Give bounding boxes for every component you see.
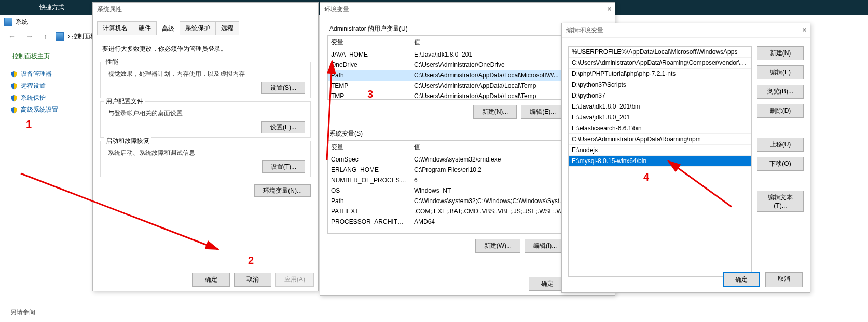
tab-4[interactable]: 远程: [215, 21, 239, 35]
sidebar-item-system-protection[interactable]: 系统保护: [8, 92, 92, 104]
shield-icon: [10, 83, 18, 90]
explorer-toolbar: ← → ↑ › 控制面板: [0, 29, 97, 44]
list-item[interactable]: E:\nodejs: [569, 145, 751, 156]
group-settings-button[interactable]: 设置(S)...: [261, 82, 305, 94]
group-box: 性能视觉效果，处理器计划，内存使用，以及虚拟内存设置(S)...: [100, 62, 311, 98]
edit-button[interactable]: 编辑(E): [757, 65, 804, 79]
shield-icon: [10, 71, 18, 78]
sidebar-item-label: 高级系统设置: [21, 105, 58, 114]
tab-1[interactable]: 硬件: [133, 21, 157, 35]
footer-see-also: 另请参阅: [10, 308, 35, 317]
browse-button[interactable]: 浏览(B)...: [757, 85, 804, 99]
explorer-titlebar: 系统: [0, 16, 28, 28]
sidebar-item-advanced-system-settings[interactable]: 高级系统设置: [8, 104, 92, 116]
annotation-1: 1: [26, 118, 32, 130]
group-label: 用户配置文件: [104, 97, 145, 106]
control-panel-sidebar: 控制面板主页 设备管理器 远程设置 系统保护 高级系统设置: [0, 47, 92, 116]
explorer-title: 系统: [16, 18, 28, 26]
tabs: 计算机名硬件高级系统保护远程: [93, 17, 318, 35]
close-icon[interactable]: ×: [607, 5, 612, 14]
apply-button: 应用(A): [275, 273, 314, 287]
environment-variables-button[interactable]: 环境变量(N)...: [254, 184, 311, 197]
sidebar-item-device-manager[interactable]: 设备管理器: [8, 68, 92, 80]
edit-text-button[interactable]: 编辑文本(T)...: [757, 191, 804, 212]
sys-edit-button[interactable]: 编辑(I)...: [525, 239, 566, 253]
ok-button[interactable]: 确定: [192, 273, 230, 287]
list-item[interactable]: C:\Users\Administrator\AppData\Roaming\C…: [569, 58, 751, 69]
list-item[interactable]: D:\python37: [569, 90, 751, 101]
group-box: 启动和故障恢复系统启动、系统故障和调试信息设置(T)...: [100, 141, 311, 177]
move-down-button[interactable]: 下移(O): [757, 157, 804, 171]
dialog-title: 编辑环境变量: [562, 23, 810, 38]
group-label: 启动和故障恢复: [104, 137, 151, 145]
sidebar-item-label: 远程设置: [21, 82, 46, 90]
shield-icon: [10, 95, 18, 102]
tab-3[interactable]: 系统保护: [180, 21, 216, 35]
dialog-title: 系统属性: [93, 3, 318, 17]
sidebar-item-remote-settings[interactable]: 远程设置: [8, 80, 92, 92]
forward-icon[interactable]: →: [22, 32, 37, 41]
back-icon[interactable]: ←: [4, 32, 20, 41]
list-item[interactable]: D:\python37\Scripts: [569, 79, 751, 90]
topbar-menu-item[interactable]: 快捷方式: [39, 3, 64, 12]
list-item[interactable]: E:\Java\jdk1.8.0_201: [569, 112, 751, 123]
ok-button[interactable]: 确定: [529, 277, 566, 291]
group-box: 用户配置文件与登录帐户相关的桌面设置设置(E)...: [100, 101, 311, 138]
col-var[interactable]: 变量: [328, 36, 411, 49]
col-var[interactable]: 变量: [328, 141, 411, 154]
list-item[interactable]: E:\Java\jdk1.8.0_201\bin: [569, 101, 751, 112]
user-new-button[interactable]: 新建(N)...: [473, 105, 517, 119]
sys-new-button[interactable]: 新建(W)...: [475, 239, 520, 253]
group-label: 性能: [104, 58, 120, 66]
group-settings-button[interactable]: 设置(T)...: [262, 160, 305, 173]
new-button[interactable]: 新建(N): [757, 46, 804, 60]
list-item[interactable]: D:\php\PHPTutorial\php\php-7.2.1-nts: [569, 69, 751, 79]
tab-2[interactable]: 高级: [156, 22, 180, 35]
tab-0[interactable]: 计算机名: [97, 21, 133, 35]
group-settings-button[interactable]: 设置(E)...: [261, 121, 305, 133]
list-item[interactable]: E:\mysql-8.0.15-winx64\bin: [569, 156, 751, 167]
edit-env-variable-dialog: 编辑环境变量 × %USERPROFILE%\AppData\Local\Mic…: [561, 23, 810, 293]
address-icon: [56, 32, 64, 41]
shield-icon: [10, 106, 18, 114]
sidebar-header: 控制面板主页: [8, 52, 92, 61]
list-item[interactable]: %USERPROFILE%\AppData\Local\Microsoft\Wi…: [569, 47, 751, 58]
list-item[interactable]: C:\Users\Administrator\AppData\Roaming\n…: [569, 134, 751, 145]
up-icon[interactable]: ↑: [39, 32, 51, 41]
system-properties-dialog: 系统属性 计算机名硬件高级系统保护远程 要进行大多数更改，你必须作为管理员登录。…: [92, 2, 319, 291]
cancel-button[interactable]: 取消: [234, 273, 271, 287]
system-icon: [4, 18, 12, 26]
move-up-button[interactable]: 上移(U): [757, 138, 804, 152]
dialog-title: 环境变量: [320, 3, 615, 17]
cancel-button[interactable]: 取消: [765, 272, 803, 287]
path-entries-list[interactable]: %USERPROFILE%\AppData\Local\Microsoft\Wi…: [568, 46, 752, 277]
sidebar-item-label: 系统保护: [21, 93, 46, 102]
delete-button[interactable]: 删除(D): [757, 104, 804, 118]
sidebar-item-label: 设备管理器: [21, 70, 52, 78]
intro-text: 要进行大多数更改，你必须作为管理员登录。: [93, 35, 318, 59]
ok-button[interactable]: 确定: [723, 272, 760, 287]
user-edit-button[interactable]: 编辑(E)...: [521, 105, 564, 119]
list-item[interactable]: E:\elasticsearch-6.6.1\bin: [569, 123, 751, 134]
close-icon[interactable]: ×: [802, 25, 807, 35]
